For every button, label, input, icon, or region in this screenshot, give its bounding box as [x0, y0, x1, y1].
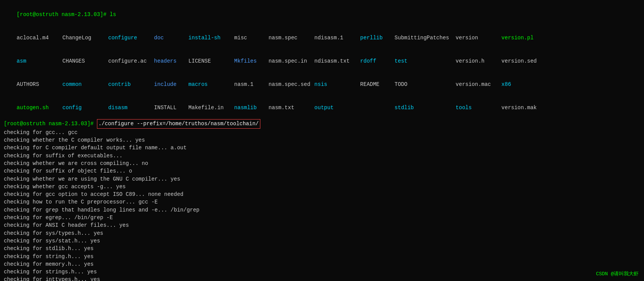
checking-line: checking for strings.h... yes [4, 268, 640, 276]
command-input[interactable]: ./configure --prefix=/home/truthos/nasm/… [97, 119, 260, 128]
ls-row-4: autogen.shconfigdisasmINSTALLMakefile.in… [4, 96, 640, 120]
checking-line: checking how to run the C preprocessor..… [4, 198, 640, 206]
watermark: CSDN @请叫我大虾 [596, 270, 639, 277]
checking-line: checking for suffix of object files... o [4, 167, 640, 175]
prompt-line-2: [root@ostruth nasm-2.13.03]# ./configure… [4, 119, 640, 128]
checking-line: checking whether gcc accepts -g... yes [4, 183, 640, 191]
checking-line: checking for ANSI C header files... yes [4, 221, 640, 229]
checking-line: checking for sys/stat.h... yes [4, 237, 640, 245]
checking-line: checking for inttypes.h... yes [4, 276, 640, 281]
ls-row-1: aclocal.m4ChangeLogconfiguredocinstall-s… [4, 26, 640, 50]
checking-line: checking whether we are cross compiling.… [4, 160, 640, 167]
checking-line: checking for string.h... yes [4, 253, 640, 260]
ls-row-2: asmCHANGESconfigure.acheadersLICENSEMkfi… [4, 50, 640, 73]
ls-row-3: AUTHORScommoncontribincludemacrosnasm.1n… [4, 73, 640, 96]
checking-line: checking for gcc... gcc [4, 129, 640, 136]
checking-line: checking for grep that handles long line… [4, 206, 640, 214]
checking-line: checking whether we are using the GNU C … [4, 175, 640, 183]
prompt-text-2: [root@ostruth nasm-2.13.03]# [4, 120, 97, 128]
checking-line: checking for memory.h... yes [4, 260, 640, 268]
checking-line: checking for sys/types.h... yes [4, 229, 640, 237]
prompt-line-1: [root@ostruth nasm-2.13.03]# ls [4, 3, 640, 26]
terminal: [root@ostruth nasm-2.13.03]# ls aclocal.… [4, 3, 640, 281]
prompt-text-1: [root@ostruth nasm-2.13.03]# ls [17, 11, 116, 18]
checking-line: checking for suffix of executables... [4, 152, 640, 160]
checking-output: checking for gcc... gccchecking whether … [4, 129, 640, 281]
checking-line: checking for stdlib.h... yes [4, 245, 640, 252]
checking-line: checking for gcc option to accept ISO C8… [4, 191, 640, 198]
checking-line: checking for C compiler default output f… [4, 144, 640, 152]
checking-line: checking whether the C compiler works...… [4, 136, 640, 144]
checking-line: checking for egrep... /bin/grep -E [4, 214, 640, 221]
